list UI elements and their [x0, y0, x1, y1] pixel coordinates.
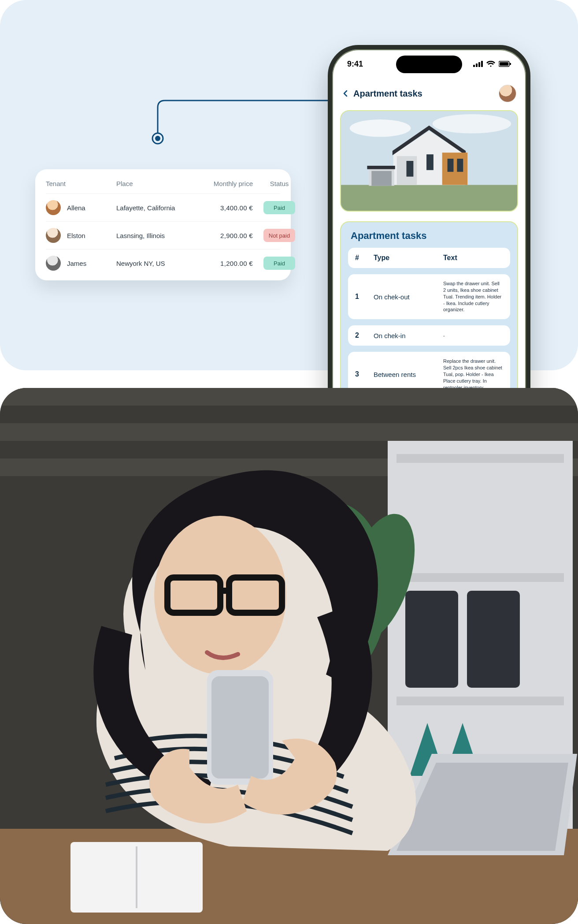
- status-badge: Paid: [263, 201, 295, 214]
- avatar[interactable]: [499, 85, 516, 102]
- task-index: 3: [355, 370, 370, 378]
- avatar: [46, 256, 61, 271]
- phone-mock: 9:41 Apartment tasks: [328, 45, 530, 442]
- col-num: #: [355, 254, 370, 262]
- svg-marker-23: [367, 166, 395, 169]
- svg-rect-22: [371, 171, 392, 186]
- tenant-place: Lasnsing, Illinois: [116, 232, 200, 239]
- battery-icon: [499, 61, 511, 67]
- col-status: Status: [257, 180, 301, 187]
- svg-rect-19: [448, 159, 454, 172]
- svg-rect-32: [405, 591, 458, 688]
- svg-rect-26: [0, 423, 578, 441]
- svg-rect-8: [510, 63, 511, 65]
- tenant-place: Newyork NY, US: [116, 260, 200, 267]
- svg-rect-25: [0, 388, 578, 406]
- svg-rect-2: [473, 65, 475, 67]
- phone-notch: [396, 56, 462, 73]
- tenant-name: Allena: [67, 204, 85, 212]
- phone-header: Apartment tasks: [340, 78, 518, 110]
- tasks-table-header: # Type Text: [348, 248, 510, 268]
- status-badge: Paid: [263, 257, 295, 270]
- task-text: Replace the drawer unit. Sell 2pcs Ikea …: [443, 358, 503, 391]
- svg-rect-33: [467, 591, 520, 688]
- avatar: [46, 228, 61, 243]
- tenant-place: Lafayette, California: [116, 204, 200, 212]
- list-item[interactable]: 1 On chek-out Swap the drawer unit. Sell…: [348, 274, 510, 319]
- tenant-price: 3,400.00 €: [200, 204, 257, 212]
- svg-rect-5: [481, 61, 483, 67]
- col-text: Text: [443, 254, 503, 262]
- tenant-price: 1,200.00 €: [200, 260, 257, 267]
- tenant-table-card: Tenant Place Monthly price Status Allena…: [35, 169, 291, 280]
- svg-rect-20: [457, 159, 463, 172]
- svg-rect-4: [478, 62, 480, 67]
- svg-rect-17: [407, 161, 414, 177]
- svg-rect-15: [442, 153, 467, 185]
- tenant-name: Elston: [67, 232, 85, 239]
- svg-rect-18: [426, 154, 434, 170]
- task-type: Between rents: [374, 371, 440, 378]
- wifi-icon: [486, 61, 495, 67]
- task-text: -: [443, 332, 503, 339]
- chevron-left-icon[interactable]: [342, 90, 349, 97]
- tenant-name: James: [67, 260, 86, 267]
- svg-rect-47: [211, 676, 269, 779]
- tenant-table-header: Tenant Place Monthly price Status: [46, 177, 280, 194]
- table-row[interactable]: Elston Lasnsing, Illinois 2,900.00 € Not…: [46, 221, 280, 249]
- svg-point-10: [350, 119, 411, 137]
- lifestyle-photo: [0, 388, 578, 924]
- table-row[interactable]: James Newyork NY, US 1,200.00 € Paid: [46, 249, 280, 277]
- task-text: Swap the drawer unit. Sell 2 units, Ikea…: [443, 280, 503, 313]
- table-row[interactable]: Allena Lafayette, California 3,400.00 € …: [46, 194, 280, 221]
- list-item[interactable]: 2 On chek-in -: [348, 325, 510, 346]
- tenant-price: 2,900.00 €: [200, 232, 257, 239]
- col-tenant: Tenant: [46, 180, 116, 187]
- col-type: Type: [374, 254, 440, 262]
- svg-rect-7: [500, 62, 508, 66]
- status-badge: Not paid: [263, 229, 295, 242]
- svg-rect-29: [396, 454, 564, 463]
- svg-rect-31: [396, 697, 564, 705]
- task-type: On chek-out: [374, 293, 440, 301]
- svg-point-11: [433, 114, 511, 134]
- statusbar-time: 9:41: [347, 60, 363, 69]
- task-index: 2: [355, 332, 370, 339]
- svg-rect-12: [341, 185, 517, 211]
- task-type: On chek-in: [374, 332, 440, 339]
- col-place: Place: [116, 180, 200, 187]
- col-price: Monthly price: [200, 180, 257, 187]
- avatar: [46, 200, 61, 215]
- panel-title: Apartment tasks: [351, 230, 510, 242]
- apartment-photo[interactable]: [340, 110, 518, 212]
- svg-rect-30: [396, 573, 564, 582]
- page-title: Apartment tasks: [353, 89, 422, 99]
- task-index: 1: [355, 293, 370, 301]
- signal-icon: [473, 61, 483, 67]
- svg-rect-3: [476, 63, 478, 67]
